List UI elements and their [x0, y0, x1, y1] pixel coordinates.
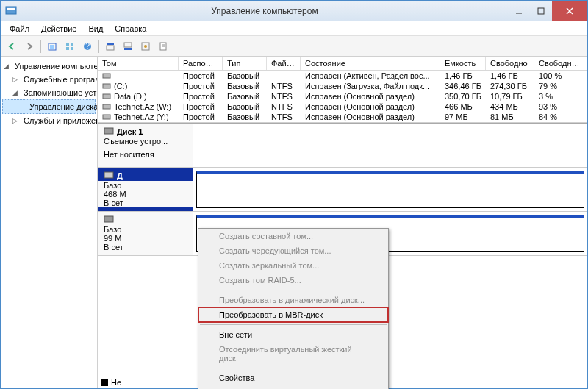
svg-rect-7 — [50, 45, 54, 49]
legend-square-icon — [101, 379, 108, 386]
svg-rect-17 — [124, 48, 132, 50]
partition[interactable] — [196, 171, 584, 208]
ctx-striped-volume[interactable]: Создать чередующийся том... — [198, 243, 388, 258]
disk-2-type: Базо — [104, 181, 187, 190]
menu-view[interactable]: Вид — [82, 23, 109, 35]
col-status[interactable]: Состояние — [301, 57, 440, 70]
disk-1-media: Нет носителя — [104, 150, 187, 159]
legend: Не — [101, 378, 121, 387]
col-layout[interactable]: Располо... — [179, 57, 223, 70]
ctx-offline[interactable]: Вне сети — [198, 327, 388, 342]
back-button[interactable] — [4, 38, 20, 54]
menu-file[interactable]: Файл — [4, 23, 35, 35]
window-title: Управление компьютером — [21, 6, 508, 16]
svg-rect-35 — [104, 216, 113, 222]
svg-rect-9 — [71, 43, 74, 46]
app-icon — [5, 5, 17, 17]
menu-action[interactable]: Действие — [35, 23, 82, 35]
view-top-button[interactable] — [102, 38, 118, 54]
ctx-raid5-volume[interactable]: Создать том RAID-5... — [198, 273, 388, 288]
tree-services[interactable]: ▷ Службы и приложения — [2, 114, 96, 127]
collapse-icon[interactable]: ◢ — [12, 89, 18, 96]
view-bottom-button[interactable] — [120, 38, 136, 54]
svg-point-19 — [144, 45, 147, 48]
svg-rect-1 — [7, 8, 15, 10]
svg-rect-32 — [103, 115, 110, 119]
ctx-convert-dynamic[interactable]: Преобразовать в динамический диск... — [198, 293, 388, 307]
disk-3-size: 99 М — [104, 234, 187, 243]
ctx-mirrored-volume[interactable]: Создать зеркальный том... — [198, 258, 388, 273]
disk-2-size: 468 М — [104, 190, 187, 199]
volume-row[interactable]: (C:)ПростойБазовыйNTFSИсправен (Загрузка… — [98, 81, 587, 91]
col-free[interactable]: Свободно — [486, 57, 534, 70]
svg-rect-29 — [103, 84, 110, 88]
disk-1-name: Диск 1 — [117, 127, 143, 136]
legend-unallocated: Не — [111, 378, 121, 387]
svg-rect-28 — [103, 74, 110, 78]
properties-button[interactable] — [155, 38, 171, 54]
refresh-button[interactable] — [62, 38, 78, 54]
ctx-convert-mbr[interactable]: Преобразовать в MBR-диск — [198, 307, 388, 322]
svg-rect-8 — [66, 43, 69, 46]
forward-button[interactable] — [21, 38, 37, 54]
svg-rect-10 — [66, 47, 69, 50]
close-button[interactable] — [552, 1, 587, 21]
disk-2-status: В сет — [104, 199, 187, 207]
volume-row[interactable]: Technet.Az (W:)ПростойБазовыйNTFSИсправе… — [98, 101, 587, 112]
disk-2-prefix: Д — [117, 171, 123, 180]
ctx-properties[interactable]: Свойства — [198, 371, 388, 385]
settings-button[interactable] — [137, 38, 154, 54]
column-headers: Том Располо... Тип Файл... Состояние Емк… — [98, 57, 587, 71]
maximize-button[interactable] — [530, 1, 552, 21]
tree-storage[interactable]: ◢ Запоминающие устройства — [2, 86, 96, 99]
title-bar: Управление компьютером — [1, 1, 587, 21]
volume-row[interactable]: Data (D:)ПростойБазовыйNTFSИсправен (Осн… — [98, 91, 587, 101]
disk-icon — [104, 171, 114, 181]
tree-diskmgmt-label: Управление дисками — [29, 102, 98, 111]
col-freepc[interactable]: Свободно % — [534, 57, 587, 70]
col-filesystem[interactable]: Файл... — [267, 57, 301, 70]
volume-list: Том Располо... Тип Файл... Состояние Емк… — [98, 57, 587, 123]
tree-root[interactable]: ◢ Управление компьютером (локал — [2, 60, 96, 73]
removable-disk-icon — [104, 126, 114, 137]
svg-rect-16 — [124, 43, 132, 47]
disk-1-type: Съемное устро... — [104, 137, 187, 146]
menu-bar: Файл Действие Вид Справка — [1, 21, 587, 36]
minimize-button[interactable] — [508, 1, 530, 21]
svg-rect-11 — [71, 47, 74, 50]
disk-2-row[interactable]: Д Базо 468 М В сет — [98, 168, 587, 212]
svg-rect-31 — [103, 104, 110, 109]
expand-icon[interactable]: ▷ — [12, 76, 18, 83]
tree-tools[interactable]: ▷ Служебные программы — [2, 73, 96, 86]
help-button[interactable]: ? — [79, 38, 96, 54]
disk-3-status: В сет — [104, 243, 187, 251]
svg-rect-14 — [107, 43, 114, 45]
context-menu: Создать составной том... Создать чередую… — [198, 228, 389, 389]
col-type[interactable]: Тип — [223, 57, 267, 70]
disk-1-row[interactable]: Диск 1 Съемное устро... Нет носителя — [98, 124, 587, 168]
tree-tools-label: Служебные программы — [24, 75, 98, 84]
col-volume[interactable]: Том — [98, 57, 179, 70]
disk-3-type: Базо — [104, 225, 187, 234]
tree-root-label: Управление компьютером (локал — [15, 62, 98, 71]
ctx-spanned-volume[interactable]: Создать составной том... — [198, 229, 388, 243]
volume-row[interactable]: ПростойБазовыйИсправен (Активен, Раздел … — [98, 71, 587, 81]
up-button[interactable] — [44, 38, 60, 54]
disk-icon — [104, 215, 114, 225]
tree-services-label: Службы и приложения — [24, 116, 98, 125]
svg-rect-34 — [104, 172, 113, 178]
svg-rect-30 — [103, 94, 110, 99]
menu-help[interactable]: Справка — [109, 23, 152, 35]
svg-rect-15 — [107, 46, 114, 50]
tree-diskmgmt[interactable]: Управление дисками — [2, 99, 96, 114]
ctx-detach-vhd[interactable]: Отсоединить виртуальный жесткий диск — [198, 342, 388, 365]
toolbar: ? — [1, 36, 587, 57]
svg-rect-33 — [104, 128, 113, 134]
svg-rect-3 — [538, 8, 544, 14]
col-capacity[interactable]: Емкость — [440, 57, 486, 70]
svg-rect-0 — [6, 7, 16, 14]
volume-row[interactable]: Technet.Az (Y:)ПростойБазовыйNTFSИсправе… — [98, 112, 587, 122]
expand-icon[interactable]: ▷ — [12, 117, 18, 124]
svg-text:?: ? — [85, 41, 90, 50]
collapse-icon[interactable]: ◢ — [4, 63, 9, 70]
